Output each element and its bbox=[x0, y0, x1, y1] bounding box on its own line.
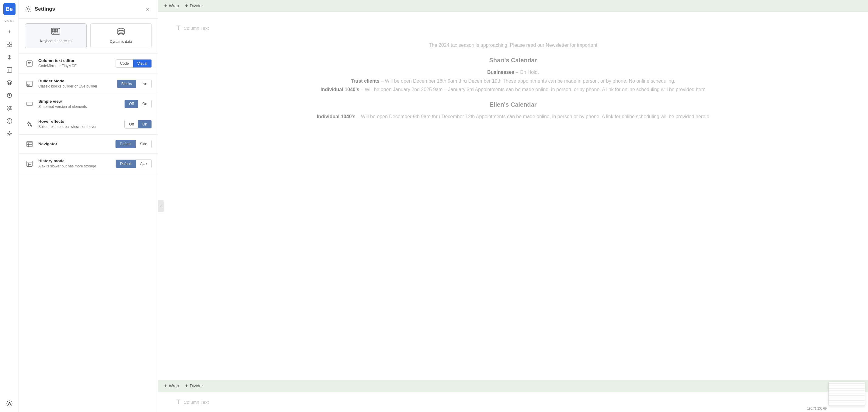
keyboard-icon bbox=[51, 28, 60, 36]
sort-icon[interactable] bbox=[4, 52, 15, 63]
settings-close-button[interactable]: × bbox=[143, 5, 152, 13]
wordpress-icon[interactable]: ⓦ bbox=[4, 398, 15, 409]
text-editor-icon bbox=[25, 59, 34, 68]
divider-plus-icon: + bbox=[185, 3, 188, 8]
businesses-text: Businesses – On Hold. bbox=[177, 68, 850, 77]
svg-point-21 bbox=[118, 28, 124, 31]
tab-keyboard-shortcuts[interactable]: Keyboard shortcuts bbox=[25, 24, 87, 48]
dynamic-data-tab-label: Dynamic data bbox=[110, 39, 132, 44]
live-button[interactable]: Live bbox=[136, 80, 151, 88]
builder-mode-title: Builder Mode bbox=[38, 79, 113, 83]
settings-title-group: Settings bbox=[25, 6, 55, 12]
sidebar-icons: Be V27.6.1 ＋ bbox=[0, 0, 19, 412]
svg-rect-16 bbox=[52, 31, 53, 32]
add-icon[interactable]: ＋ bbox=[4, 26, 15, 37]
simple-view-content: Simple view Simplified version of elemen… bbox=[38, 99, 120, 109]
hover-off-button[interactable]: Off bbox=[125, 120, 138, 128]
builder-mode-btn-group: Blocks Live bbox=[117, 79, 152, 88]
top-wrap-button[interactable]: + Wrap bbox=[164, 3, 179, 8]
history-ajax-button[interactable]: Ajax bbox=[136, 160, 151, 168]
column-text-t-icon-bottom: T bbox=[177, 398, 180, 406]
trust-clients-text: Trust clients – Will be open December 16… bbox=[177, 77, 850, 86]
hover-effects-title: Hover effects bbox=[38, 119, 120, 124]
trust-clients-content: – Will be open December 16th 9am thru De… bbox=[381, 78, 675, 83]
column-text-editor-desc: CodeMirror or TinyMCE bbox=[38, 64, 111, 69]
simple-view-icon bbox=[25, 99, 34, 108]
dynamic-data-icon bbox=[117, 28, 125, 37]
settings-panel: Settings × Keyboard shortcut bbox=[19, 0, 158, 412]
sliders-icon[interactable] bbox=[4, 103, 15, 114]
bottom-wrap-button[interactable]: + Wrap bbox=[164, 383, 179, 388]
layers-icon[interactable] bbox=[4, 77, 15, 88]
intro-text: The 2024 tax season is approaching! Plea… bbox=[177, 41, 850, 50]
brand-logo[interactable]: Be bbox=[3, 3, 16, 15]
navigator-content: Navigator bbox=[38, 142, 111, 147]
history-mode-content: History mode Ajax is slower but has more… bbox=[38, 159, 111, 169]
navigator-controls: Default Side bbox=[115, 140, 152, 148]
column-text-editor-title: Column text editor bbox=[38, 58, 111, 63]
grid-icon[interactable] bbox=[4, 39, 15, 50]
keyboard-shortcuts-tab-label: Keyboard shortcuts bbox=[40, 39, 71, 43]
navigator-default-button[interactable]: Default bbox=[116, 140, 136, 148]
ellen-1040s-content: – Will be open December 9th 9am thru Dec… bbox=[357, 114, 709, 119]
column-text-t-icon-top: T bbox=[177, 24, 180, 32]
mini-preview-inner bbox=[829, 382, 865, 406]
bottom-wrap-label: Wrap bbox=[169, 383, 179, 388]
navigator-title: Navigator bbox=[38, 142, 111, 146]
bottom-wrap-bar: + Wrap + Divider bbox=[158, 380, 868, 392]
tab-dynamic-data[interactable]: Dynamic data bbox=[90, 24, 152, 48]
column-text-editor-content: Column text editor CodeMirror or TinyMCE bbox=[38, 58, 111, 69]
svg-point-10 bbox=[27, 8, 30, 10]
hover-effects-desc: Builder element bar shows on hover bbox=[38, 124, 120, 130]
collapse-handle[interactable]: ‹ bbox=[158, 200, 164, 212]
svg-point-6 bbox=[10, 108, 11, 109]
top-divider-button[interactable]: + Divider bbox=[185, 3, 203, 8]
svg-rect-20 bbox=[53, 33, 58, 34]
globe-icon[interactable] bbox=[4, 115, 15, 127]
version-label: V27.6.1 bbox=[5, 20, 14, 23]
svg-point-7 bbox=[8, 109, 9, 110]
svg-rect-4 bbox=[7, 67, 12, 72]
coordinates-label: 196.71,235.69 bbox=[807, 407, 827, 410]
navigator-side-button[interactable]: Side bbox=[136, 140, 151, 148]
navigator-btn-group: Default Side bbox=[115, 140, 152, 148]
blocks-button[interactable]: Blocks bbox=[117, 80, 136, 88]
settings-tabs: Keyboard shortcuts Dynamic data bbox=[19, 19, 158, 54]
builder-mode-controls: Blocks Live bbox=[117, 79, 152, 88]
svg-rect-28 bbox=[27, 161, 32, 167]
simple-view-on-button[interactable]: On bbox=[138, 100, 151, 108]
top-column-text-label: T Column Text bbox=[177, 24, 850, 32]
settings-gear-icon[interactable] bbox=[4, 128, 15, 139]
trust-clients-label: Trust clients bbox=[351, 78, 379, 83]
history-icon[interactable] bbox=[4, 90, 15, 101]
simple-view-title: Simple view bbox=[38, 99, 120, 104]
svg-rect-18 bbox=[55, 31, 56, 32]
builder-mode-row: Builder Mode Classic blocks builder or L… bbox=[19, 74, 158, 94]
code-button[interactable]: Code bbox=[116, 60, 133, 67]
hover-on-button[interactable]: On bbox=[138, 120, 151, 128]
svg-rect-25 bbox=[27, 102, 32, 106]
layout-icon[interactable] bbox=[4, 64, 15, 75]
simple-view-off-button[interactable]: Off bbox=[125, 100, 138, 108]
ellen-1040s-label: Individual 1040's bbox=[317, 114, 355, 119]
svg-point-9 bbox=[8, 133, 10, 135]
bottom-divider-button[interactable]: + Divider bbox=[185, 383, 203, 388]
svg-rect-24 bbox=[28, 84, 29, 86]
hover-effects-row: Hover effects Builder element bar shows … bbox=[19, 114, 158, 135]
mini-preview[interactable] bbox=[829, 382, 865, 406]
svg-rect-3 bbox=[10, 45, 12, 47]
svg-rect-1 bbox=[10, 42, 12, 44]
main-text-block: The 2024 tax season is approaching! Plea… bbox=[177, 41, 850, 121]
bottom-column-section: T Column Text bbox=[158, 392, 868, 412]
hover-effects-btn-group: Off On bbox=[124, 120, 152, 129]
visual-button[interactable]: Visual bbox=[133, 60, 151, 67]
wrap-label: Wrap bbox=[169, 3, 179, 8]
shari-calendar-heading: Shari's Calendar bbox=[177, 55, 850, 66]
businesses-status: – On Hold. bbox=[516, 70, 538, 75]
individual-1040s-label: Individual 1040's bbox=[320, 87, 359, 92]
column-text-bottom-text: Column Text bbox=[183, 400, 209, 405]
builder-mode-desc: Classic blocks builder or Live builder bbox=[38, 84, 113, 89]
top-wrap-bar: + Wrap + Divider bbox=[158, 0, 868, 12]
history-default-button[interactable]: Default bbox=[116, 160, 136, 168]
svg-point-26 bbox=[28, 123, 30, 124]
